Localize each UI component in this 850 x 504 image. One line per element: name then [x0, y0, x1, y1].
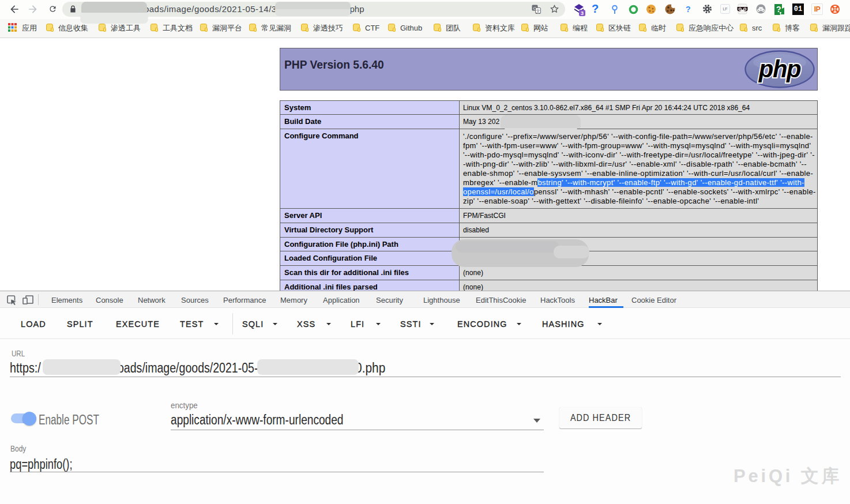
svg-text:3: 3: [581, 10, 584, 16]
svg-text:文: 文: [536, 9, 540, 14]
svg-text:?: ?: [776, 5, 781, 14]
svg-text:php: php: [758, 55, 801, 82]
